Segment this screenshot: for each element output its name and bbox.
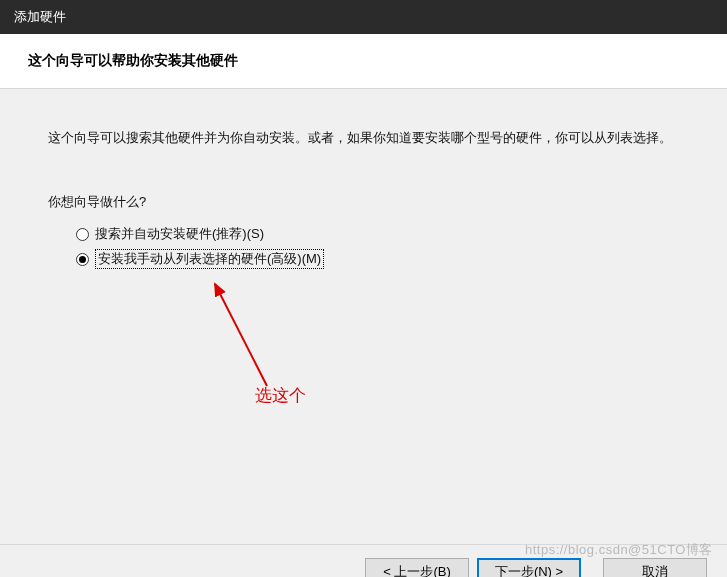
- radio-icon: [76, 228, 89, 241]
- wizard-description: 这个向导可以搜索其他硬件并为你自动安装。或者，如果你知道要安装哪个型号的硬件，你…: [48, 127, 679, 149]
- cancel-button[interactable]: 取消: [603, 558, 707, 577]
- radio-label-manual: 安装我手动从列表选择的硬件(高级)(M): [95, 249, 324, 269]
- annotation-arrow-icon: [207, 276, 297, 396]
- radio-group: 搜索并自动安装硬件(推荐)(S) 安装我手动从列表选择的硬件(高级)(M): [48, 225, 679, 269]
- window-titlebar: 添加硬件: [0, 0, 727, 34]
- wizard-header-title: 这个向导可以帮助你安装其他硬件: [28, 52, 727, 70]
- wizard-question: 你想向导做什么?: [48, 193, 679, 211]
- back-button[interactable]: < 上一步(B): [365, 558, 469, 577]
- radio-option-manual[interactable]: 安装我手动从列表选择的硬件(高级)(M): [76, 249, 679, 269]
- wizard-header: 这个向导可以帮助你安装其他硬件: [0, 34, 727, 89]
- radio-option-auto[interactable]: 搜索并自动安装硬件(推荐)(S): [76, 225, 679, 243]
- annotation-text: 选这个: [255, 384, 306, 407]
- wizard-footer: < 上一步(B) 下一步(N) > 取消: [0, 544, 727, 577]
- window-title: 添加硬件: [14, 9, 66, 24]
- svg-line-0: [215, 284, 267, 386]
- next-button[interactable]: 下一步(N) >: [477, 558, 581, 577]
- radio-label-auto: 搜索并自动安装硬件(推荐)(S): [95, 225, 264, 243]
- wizard-content: 这个向导可以搜索其他硬件并为你自动安装。或者，如果你知道要安装哪个型号的硬件，你…: [0, 89, 727, 544]
- radio-icon-checked: [76, 253, 89, 266]
